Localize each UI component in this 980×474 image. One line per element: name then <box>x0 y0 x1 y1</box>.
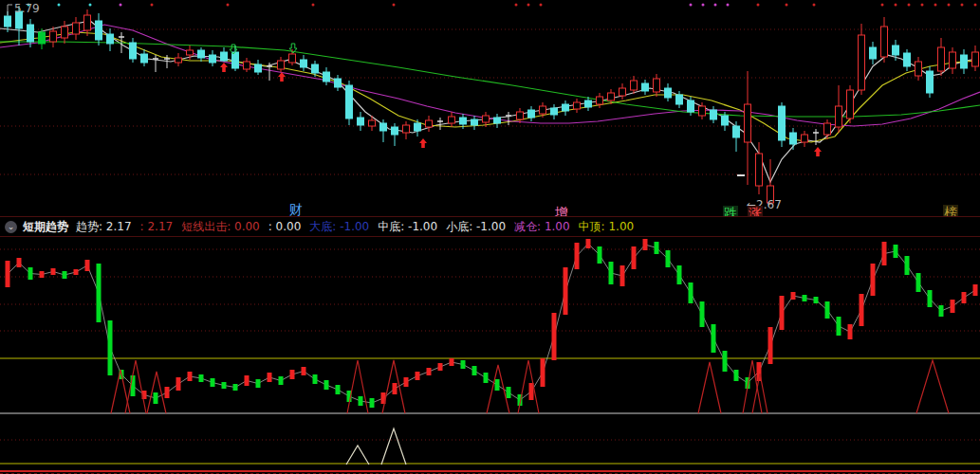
oscillator-line <box>8 244 975 403</box>
price-chart-canvas[interactable]: 5.79←2.67 <box>0 0 980 216</box>
high-price-label: 5.79 <box>14 2 40 15</box>
ma-line-white <box>0 21 977 182</box>
white-spike-triangles <box>346 428 406 465</box>
indicator-field: : 2.17 <box>140 220 174 233</box>
signal-arrows <box>220 44 822 156</box>
indicator-chart-canvas[interactable] <box>0 237 980 474</box>
indicator-field: 小底: -1.00 <box>446 220 506 233</box>
buy-arrow-icon <box>419 138 427 148</box>
buy-arrow-icon <box>814 147 822 156</box>
trading-app-window: 5.79←2.67 ⌄ 短期趋势 趋势: 2.17: 2.17短线出击: 0.0… <box>0 0 980 474</box>
price-dash-marker <box>737 174 745 176</box>
indicator-field: 趋势: 2.17 <box>76 220 132 233</box>
collapse-indicator-icon[interactable]: ⌄ <box>5 221 17 233</box>
candles <box>5 6 979 205</box>
watermark-glyph: 财 <box>288 202 304 217</box>
signal-dot-markers <box>28 4 977 7</box>
indicator-field: 大底: -1.00 <box>309 220 369 233</box>
indicator-field: 短线出击: 0.00 <box>181 220 260 233</box>
indicator-reference-lines <box>0 358 980 474</box>
indicator-field: 中顶: 1.00 <box>579 220 635 233</box>
indicator-name[interactable]: 短期趋势 <box>23 219 68 235</box>
indicator-values: 趋势: 2.17: 2.17短线出击: 0.00: 0.00大底: -1.00中… <box>76 219 642 235</box>
indicator-field: 中底: -1.00 <box>378 220 437 233</box>
indicator-bars <box>6 239 978 408</box>
indicator-header-bar: ⌄ 短期趋势 趋势: 2.17: 2.17短线出击: 0.00: 0.00大底:… <box>0 216 980 237</box>
ma-line-green <box>0 42 980 117</box>
indicator-field: : 0.00 <box>268 220 302 233</box>
ma-line-magenta <box>0 25 980 126</box>
indicator-field: 减仓: 1.00 <box>514 220 570 233</box>
buy-arrow-icon <box>220 63 228 72</box>
